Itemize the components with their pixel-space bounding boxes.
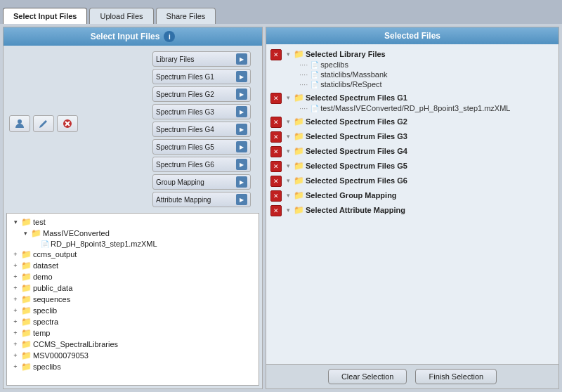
folder-icon: 📁 [21,217,32,227]
main-area: Select Input Files i [0,24,562,392]
tree-toggle[interactable]: + [11,295,20,303]
tree-label: temp [33,329,50,337]
folder-icon: 📁 [21,272,32,282]
cat-btn-arrow-icon: ▶ [236,106,247,117]
cat-btn-arrow-icon: ▶ [236,194,247,205]
folder-icon: 📁 [21,339,32,349]
tree-toggle[interactable]: + [11,351,20,360]
info-icon[interactable]: i [164,31,175,42]
sel-toggle[interactable]: ▾ [284,206,292,214]
tree-toggle[interactable]: ▾ [11,218,20,226]
tree-toggle[interactable]: + [11,306,20,315]
sel-toggle[interactable]: ▾ [284,117,292,126]
selected-section: ✕▾📁Selected Spectrum Files G2 [269,115,556,129]
folder-icon: 📁 [31,228,41,238]
spectrum-g4-btn[interactable]: Spectrum Files G4▶ [152,122,251,137]
remove-section-button[interactable]: ✕ [270,176,282,187]
sel-toggle[interactable]: ▾ [284,162,292,170]
tree-item[interactable]: +📁temp [11,327,254,339]
tree-item[interactable]: +📁speclibs [11,361,254,372]
tree-item[interactable]: 📄RD_pH_8point3_step1.mzXML [11,239,254,249]
tree-label: dataset [33,261,58,270]
tree-item[interactable]: +📁public_data [11,282,254,294]
tree-item[interactable]: +📁dataset [11,260,254,271]
tab-share-files[interactable]: Share Files [156,8,216,24]
sel-toggle[interactable]: ▾ [284,50,292,58]
attribute-mapping-btn[interactable]: Attribute Mapping▶ [152,192,251,207]
remove-section-button[interactable]: ✕ [270,117,282,128]
folder-icon: 📁 [21,261,32,270]
tree-label: sequences [33,295,70,303]
delete-icon-btn[interactable] [57,115,78,132]
tree-label: test [33,218,46,226]
tree-toggle[interactable]: + [11,362,20,371]
tree-label: CCMS_SpectralLibraries [33,340,118,348]
folder-icon: 📁 [21,351,32,360]
tree-toggle[interactable]: + [11,329,20,337]
spectrum-g1-btn[interactable]: Spectrum Files G1▶ [152,69,251,84]
folder-icon: 📁 [294,93,304,103]
folder-icon: 📁 [21,317,32,327]
sel-category-label: Selected Spectrum Files G4 [306,147,407,155]
tab-upload-files[interactable]: Upload Files [89,8,153,24]
user-icon-btn[interactable] [9,115,30,132]
tree-item[interactable]: +📁sequences [11,294,254,305]
tree-item[interactable]: +📁spectra [11,316,254,327]
sel-category-label: Selected Attribute Mapping [306,206,405,214]
tab-select-input-files[interactable]: Select Input Files [3,8,87,24]
spectrum-g6-btn[interactable]: Spectrum Files G6▶ [152,157,251,172]
left-panel-header: Select Input Files i [4,27,262,46]
tree-toggle[interactable]: ▾ [21,229,30,237]
remove-section-button[interactable]: ✕ [270,93,282,104]
library-files-btn[interactable]: Library Files▶ [152,51,251,67]
tree-toggle[interactable]: + [11,284,20,292]
tree-toggle[interactable]: + [11,261,20,270]
tree-toggle[interactable]: + [11,273,20,281]
cat-btn-arrow-icon: ▶ [236,124,247,135]
tree-toggle[interactable]: + [11,250,20,259]
sel-category-label: Selected Spectrum Files G5 [306,162,407,170]
selected-section: ✕▾📁Selected Attribute Mapping [269,203,556,218]
left-panel: Select Input Files i [3,27,263,389]
sel-toggle[interactable]: ▾ [284,132,292,141]
sel-toggle[interactable]: ▾ [284,147,292,155]
sel-toggle[interactable]: ▾ [284,176,292,185]
tree-toggle[interactable]: + [11,340,20,348]
group-mapping-btn[interactable]: Group Mapping▶ [152,174,251,190]
remove-section-button[interactable]: ✕ [270,161,282,172]
folder-icon: 📁 [294,205,304,215]
remove-section-button[interactable]: ✕ [270,49,282,60]
tree-item[interactable]: +📁speclib [11,305,254,316]
sel-toggle[interactable]: ▾ [284,191,292,200]
tree-item[interactable]: +📁MSV000079053 [11,350,254,361]
tree-toggle[interactable]: + [11,318,20,326]
selected-files-list: ✕▾📁Selected Library Files····📄speclibs··… [266,44,558,364]
tree-item[interactable]: +📁demo [11,271,254,282]
tree-item[interactable]: +📁CCMS_SpectralLibraries [11,339,254,350]
remove-section-button[interactable]: ✕ [270,146,282,157]
folder-icon: 📁 [294,161,304,171]
spectrum-g5-btn[interactable]: Spectrum Files G5▶ [152,139,251,155]
spectrum-g2-btn[interactable]: Spectrum Files G2▶ [152,86,251,102]
sel-toggle[interactable]: ▾ [284,93,292,102]
selected-section: ✕▾📁Selected Library Files····📄speclibs··… [269,47,556,91]
tree-item[interactable]: +📁ccms_output [11,249,254,260]
tree-item[interactable]: ▾📁test [11,216,254,228]
tree-item[interactable]: ▾📁MassIVEConverted [11,228,254,239]
finish-selection-button[interactable]: Finish Selection [415,369,497,384]
folder-icon: 📁 [294,176,304,185]
spectrum-g3-btn[interactable]: Spectrum Files G3▶ [152,104,251,119]
remove-section-button[interactable]: ✕ [270,205,282,216]
folder-icon: 📁 [21,283,32,293]
clear-selection-button[interactable]: Clear Selection [328,369,407,384]
file-tree[interactable]: ▾📁test▾📁MassIVEConverted📄RD_pH_8point3_s… [6,213,259,386]
folder-icon: 📁 [294,146,304,156]
right-panel-header: Selected Files [266,27,558,44]
remove-section-button[interactable]: ✕ [270,190,282,202]
tree-label: spectra [33,318,58,326]
tree-label: demo [33,273,53,281]
remove-section-button[interactable]: ✕ [270,131,282,143]
tree-label: MassIVEConverted [43,229,110,237]
right-panel-title: Selected Files [384,31,440,41]
edit-icon-btn[interactable] [33,115,54,132]
